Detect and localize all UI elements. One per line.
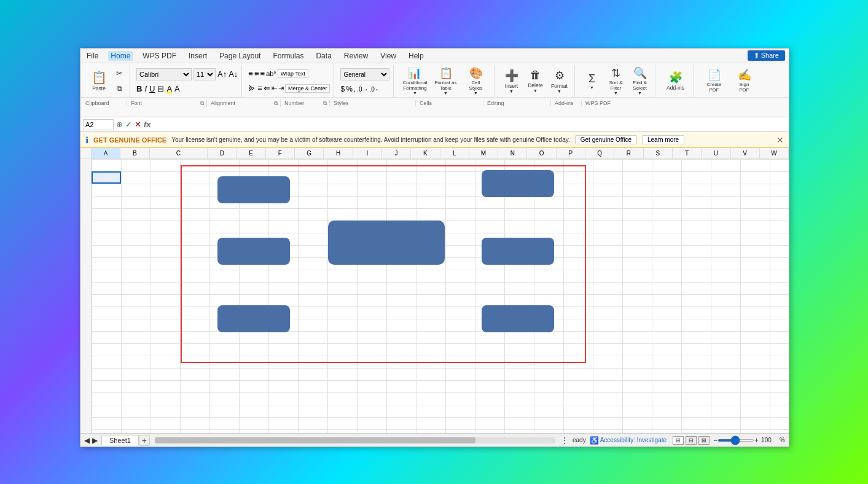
col-header-a: A: [92, 148, 120, 158]
bold-button[interactable]: B: [136, 84, 142, 93]
menu-data[interactable]: Data: [313, 51, 334, 61]
copy-button[interactable]: ⧉: [112, 82, 126, 95]
share-button[interactable]: ⬆ Share: [748, 50, 785, 61]
currency-icon[interactable]: $: [340, 85, 345, 93]
formula-expand-icon[interactable]: ⊕: [116, 120, 123, 129]
comma-icon[interactable]: ,: [354, 85, 356, 93]
zoom-slider[interactable]: [717, 439, 754, 442]
conditional-formatting-icon: 📊: [408, 66, 421, 80]
menu-bar: File Home WPS PDF Insert Page Layout For…: [80, 49, 789, 63]
menu-file[interactable]: File: [84, 51, 101, 61]
cut-button[interactable]: ✂: [112, 67, 126, 80]
format-as-table-button[interactable]: 📋 Format asTable ▼: [432, 65, 460, 97]
col-header-j: J: [382, 148, 411, 158]
wrap-text-button[interactable]: Wrap Text: [278, 69, 308, 78]
selected-cell-a2[interactable]: [92, 171, 121, 184]
page-layout-view-button[interactable]: ⊠: [698, 436, 710, 445]
autosum-button[interactable]: Σ ▼: [581, 65, 603, 97]
zoom-percent-sign: %: [780, 437, 785, 443]
learn-more-button[interactable]: Learn more: [642, 135, 684, 144]
delete-button[interactable]: 🗑 Delete ▼: [525, 65, 547, 97]
normal-view-button[interactable]: ⊞: [673, 436, 684, 445]
font-size-select[interactable]: 11: [194, 68, 216, 80]
formula-fx-icon[interactable]: fx: [144, 120, 151, 129]
sheet-tab-1[interactable]: Sheet1: [101, 435, 139, 445]
underline-button[interactable]: U: [149, 84, 155, 93]
number-label: Number⧉: [281, 100, 330, 107]
zoom-in-icon[interactable]: +: [754, 436, 759, 445]
sort-filter-button[interactable]: ⇅ Sort &Filter ▼: [605, 65, 627, 97]
menu-wpspdf[interactable]: WPS PDF: [140, 51, 179, 61]
merge-center-button[interactable]: Merge & Center: [285, 84, 330, 93]
font-family-select[interactable]: Calibri: [136, 68, 192, 80]
editing-label: Editing: [483, 100, 551, 106]
fill-color-icon[interactable]: A: [166, 84, 172, 93]
align-right-icon[interactable]: ⇐: [264, 84, 270, 93]
page-break-view-button[interactable]: ⊟: [686, 436, 697, 445]
create-pdf-icon: 📄: [708, 68, 721, 82]
menu-review[interactable]: Review: [342, 51, 370, 61]
percent-icon[interactable]: %: [346, 85, 353, 93]
formula-input[interactable]: [154, 119, 786, 130]
info-close-icon[interactable]: ✕: [776, 135, 784, 145]
font-dialog-icon[interactable]: ⧉: [200, 100, 204, 107]
create-pdf-button[interactable]: 📄 CreatePDF: [700, 65, 729, 97]
menu-pagelayout[interactable]: Page Layout: [217, 51, 263, 61]
font-label: Font⧉: [127, 100, 207, 107]
find-select-button[interactable]: 🔍 Find &Select ▼: [629, 65, 651, 97]
cell-styles-button[interactable]: 🎨 CellStyles ▼: [462, 65, 490, 97]
paste-button[interactable]: 📋 Paste: [87, 66, 111, 96]
nav-right-icon[interactable]: ▶: [92, 436, 98, 445]
menu-insert[interactable]: Insert: [186, 51, 209, 61]
indent-decrease-icon[interactable]: ⇤: [272, 84, 277, 92]
get-genuine-office-button[interactable]: Get genuine Office: [575, 135, 637, 144]
borders-icon[interactable]: ⊟: [157, 84, 164, 93]
menu-help[interactable]: Help: [406, 51, 426, 61]
zoom-out-icon[interactable]: −: [713, 436, 717, 445]
blue-rect-bottomleft: [217, 305, 290, 332]
zoom-level: 100: [761, 437, 780, 443]
addins-label: Add-ins: [551, 100, 582, 106]
font-color-icon[interactable]: A: [174, 84, 180, 93]
styles-group: 📊 ConditionalFormatting ▼ 📋 Format asTab…: [396, 65, 494, 97]
format-button[interactable]: ⚙ Format ▼: [549, 65, 571, 97]
more-options-icon[interactable]: ⋮: [560, 435, 569, 445]
horizontal-scrollbar[interactable]: [155, 437, 555, 443]
menu-formulas[interactable]: Formulas: [270, 51, 306, 61]
menu-home[interactable]: Home: [108, 51, 133, 61]
italic-button[interactable]: I: [144, 84, 147, 93]
app-window: File Home WPS PDF Insert Page Layout For…: [80, 48, 789, 447]
font-shrink-icon[interactable]: A↓: [229, 69, 238, 79]
add-sheet-button[interactable]: +: [139, 435, 150, 446]
add-ins-button[interactable]: 🧩 Add-ins: [662, 65, 690, 97]
menu-view[interactable]: View: [378, 51, 399, 61]
nav-left-icon[interactable]: ◀: [84, 436, 90, 445]
conditional-formatting-button[interactable]: 📊 ConditionalFormatting ▼: [400, 65, 429, 97]
indent-increase-icon[interactable]: ⇥: [278, 84, 284, 92]
number-dialog-icon[interactable]: ⧉: [323, 100, 327, 107]
number-group: General $ % , .0→ .0←: [337, 65, 394, 97]
formula-cancel-icon[interactable]: ✕: [135, 120, 141, 129]
sign-pdf-button[interactable]: ✍ SignPDF: [730, 65, 759, 97]
align-middle-icon[interactable]: ≡: [254, 69, 259, 78]
font-grow-icon[interactable]: A↑: [217, 69, 227, 79]
align-bottom-icon[interactable]: ≡: [260, 69, 265, 78]
sign-pdf-icon: ✍: [738, 68, 751, 82]
align-center-icon[interactable]: ≡: [257, 84, 262, 93]
blue-rect-topright: [482, 170, 554, 197]
cell-reference-input[interactable]: [83, 119, 114, 130]
cf-dropdown-icon: ▼: [413, 91, 417, 95]
align-left-icon[interactable]: ⫸: [248, 84, 256, 93]
col-header-r: R: [614, 148, 643, 158]
number-format-select[interactable]: General: [340, 68, 389, 80]
formula-check-icon[interactable]: ✓: [125, 120, 132, 129]
orientation-icon[interactable]: ab°: [266, 70, 276, 77]
decimal-decrease-icon[interactable]: .0←: [370, 86, 381, 93]
decimal-increase-icon[interactable]: .0→: [357, 86, 368, 93]
ft-dropdown-icon: ▼: [444, 91, 448, 95]
align-top-icon[interactable]: ≡: [248, 69, 253, 78]
accessibility-text[interactable]: Accessibility: Investigate: [600, 437, 667, 443]
insert-button[interactable]: ➕ Insert ▼: [501, 65, 523, 97]
alignment-dialog-icon[interactable]: ⧉: [274, 100, 278, 107]
format-dropdown-icon: ▼: [557, 89, 561, 93]
